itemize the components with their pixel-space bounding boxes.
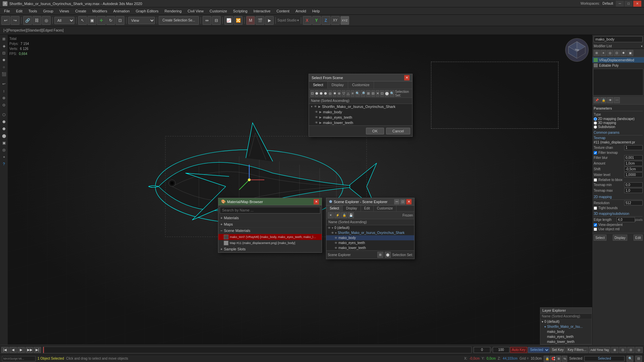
lt-btn-8[interactable]: ↕ bbox=[1, 87, 7, 94]
render-button[interactable]: ▶ bbox=[265, 16, 274, 25]
lt-btn-1[interactable]: ⊞ bbox=[1, 36, 7, 42]
close-button[interactable]: ✕ bbox=[633, 1, 641, 7]
rp-icon-5[interactable]: ✱ bbox=[621, 50, 627, 56]
menu-item-rendering[interactable]: Rendering bbox=[162, 8, 184, 14]
mat-materials-section[interactable]: + Materials bbox=[218, 215, 322, 221]
le-item-lower[interactable]: mako_lower_teeth bbox=[540, 339, 592, 344]
se-display-tab[interactable]: Display bbox=[343, 205, 361, 211]
lt-btn-6[interactable]: ⬛ bbox=[1, 71, 7, 77]
type-3d-radio[interactable] bbox=[594, 121, 597, 125]
texmap-max-input[interactable]: 1,0 bbox=[624, 188, 643, 193]
menu-item-edit[interactable]: Edit bbox=[13, 8, 25, 14]
mat-scene-section[interactable]: − Scene Materials bbox=[218, 228, 322, 234]
sfs-tb-4[interactable]: ⬣ bbox=[324, 90, 327, 97]
pb-1[interactable]: ⊞ bbox=[611, 347, 619, 353]
menu-item-customize[interactable]: Customize bbox=[207, 8, 230, 14]
se-minimize-button[interactable]: ─ bbox=[394, 199, 399, 204]
link-button[interactable]: 🔗 bbox=[23, 16, 32, 25]
selected-dropdown[interactable]: Selected bbox=[528, 347, 550, 353]
rp-icon-2[interactable]: ≡ bbox=[600, 50, 606, 56]
modifier-editable-poly[interactable]: Editable Poly bbox=[592, 63, 644, 68]
se-tb-1[interactable]: ✕ bbox=[328, 212, 334, 218]
lock-x-button[interactable]: 🔒 bbox=[544, 356, 549, 362]
menu-item-civil-view[interactable]: Civil View bbox=[185, 8, 206, 14]
timeline-total-frames[interactable] bbox=[493, 347, 509, 353]
schematic-button[interactable]: 🔀 bbox=[234, 16, 243, 25]
use-object-mtl-checkbox[interactable] bbox=[594, 228, 597, 231]
status-icon-2[interactable]: ⊟ bbox=[635, 356, 642, 362]
edge-length-input[interactable]: 4,0 bbox=[616, 217, 635, 222]
view-dependent-checkbox[interactable] bbox=[594, 223, 597, 227]
mat-browser-close-button[interactable]: ✕ bbox=[314, 199, 319, 204]
move-button[interactable]: ✛ bbox=[97, 16, 106, 25]
unlink-button[interactable]: ⛓ bbox=[33, 16, 41, 25]
se-item-eyes[interactable]: 👁 mako_eyes_teeth bbox=[326, 240, 414, 245]
lt-btn-7[interactable]: ↩ bbox=[1, 80, 7, 87]
modifier-vray-displacement[interactable]: VRayDisplacementMod bbox=[592, 57, 644, 63]
modifier-list-expand[interactable]: ▾ bbox=[641, 45, 643, 48]
se-item-shark[interactable]: 👁 ▾ Shortfin_Mako_or_Isurus_Oxyrinchus_S… bbox=[326, 230, 414, 235]
sfs-filter-1[interactable]: ⊡ bbox=[380, 90, 384, 97]
rp-icon-1[interactable]: ⊞ bbox=[594, 50, 600, 56]
sfs-item-body[interactable]: 👁 ▶ mako_body bbox=[309, 109, 412, 115]
rp-more-icon[interactable]: ⋯ bbox=[614, 97, 620, 103]
sfs-tb-9[interactable]: △ bbox=[346, 90, 350, 97]
lt-btn-12[interactable]: ⬢ bbox=[1, 118, 7, 125]
maxscript-input[interactable]: MAXScript Mi... bbox=[2, 356, 36, 361]
menu-item-create[interactable]: Create bbox=[72, 8, 89, 14]
sfs-tb-13[interactable]: ⊟ bbox=[371, 90, 375, 97]
sfs-select-tab[interactable]: Select bbox=[309, 81, 328, 89]
timeline-prev-button[interactable]: ◀ bbox=[9, 347, 17, 353]
lt-btn-9[interactable]: ⊛ bbox=[1, 95, 7, 101]
create-selection-set-button[interactable]: Create Selection Se... bbox=[159, 16, 199, 25]
scene-explorer-title-bar[interactable]: ⬟ Scene Explorer - Scene Explorer ─ □ ✕ bbox=[326, 198, 414, 205]
amount-input[interactable]: 1,0cm bbox=[624, 161, 643, 166]
rp-icon-6[interactable]: ▣ bbox=[627, 50, 633, 56]
select-from-scene-close-button[interactable]: ✕ bbox=[404, 75, 410, 80]
type-2d-radio[interactable] bbox=[594, 117, 597, 121]
object-name-input[interactable]: mako_body bbox=[594, 36, 643, 42]
timeline-fwd-button[interactable]: ▶▶ bbox=[25, 347, 33, 353]
sfs-tb-3[interactable]: ⬢ bbox=[319, 90, 323, 97]
water-level-input[interactable]: 1,0000 bbox=[624, 172, 643, 177]
lt-btn-4[interactable]: ✱ bbox=[1, 57, 7, 63]
lt-btn-18[interactable]: ? bbox=[1, 161, 7, 167]
menu-item-interactive[interactable]: Interactive bbox=[251, 8, 273, 14]
select-button[interactable]: Select bbox=[594, 235, 606, 241]
sfs-tb-1[interactable]: ⊡ bbox=[310, 90, 314, 97]
se-item-body[interactable]: 👁 mako_body bbox=[326, 235, 414, 240]
grid-button[interactable]: ⊞ bbox=[556, 356, 561, 362]
bind-button[interactable]: ◎ bbox=[42, 16, 51, 25]
sfs-filter-3[interactable]: 🔍 bbox=[390, 90, 394, 97]
pb-2[interactable]: ⊡ bbox=[619, 347, 627, 353]
se-item-default[interactable]: 👁 ▾ 0 (default) bbox=[326, 225, 414, 230]
filter-texmap-checkbox[interactable] bbox=[594, 151, 597, 155]
le-item-default[interactable]: ▾ 0 (default) bbox=[540, 319, 592, 324]
lt-btn-13[interactable]: ⬣ bbox=[1, 125, 7, 132]
lt-btn-2[interactable]: ◈ bbox=[1, 43, 7, 49]
se-tb-4[interactable]: 💾 bbox=[348, 212, 354, 218]
menu-item-arnold[interactable]: Arnold bbox=[293, 8, 309, 14]
se-customize-tab[interactable]: Customize bbox=[374, 205, 396, 211]
mat-sample-slots-section[interactable]: + Sample Slots bbox=[218, 246, 322, 252]
sfs-tb-5[interactable]: ◎ bbox=[328, 90, 332, 97]
sfs-clear-button[interactable]: ✕ bbox=[376, 90, 379, 97]
sfs-tb-11[interactable]: 🔍 bbox=[355, 90, 360, 97]
edit-button[interactable]: Edit bbox=[634, 235, 643, 241]
se-select-tab[interactable]: Select bbox=[326, 205, 343, 211]
mirror-button[interactable]: ⇔ bbox=[203, 16, 211, 25]
timeline-play-button[interactable]: ▶ bbox=[17, 347, 25, 353]
timeline-track[interactable] bbox=[43, 347, 472, 353]
select-region-button[interactable]: ▣ bbox=[88, 16, 96, 25]
key-filters-button[interactable]: Key Filters... bbox=[566, 347, 588, 353]
sfs-tb-10[interactable]: ≡ bbox=[351, 90, 355, 97]
sfs-cancel-button[interactable]: Cancel bbox=[386, 128, 410, 134]
se-item-lower[interactable]: 👁 mako_lower_teeth bbox=[326, 245, 414, 250]
sfs-item-shark[interactable]: ▾ 👁 ▶ Shortfin_Mako_or_Isurus_Oxyrinchus… bbox=[309, 104, 412, 109]
navigation-cube[interactable]: Top bbox=[565, 38, 589, 62]
sfs-display-tab[interactable]: Display bbox=[328, 81, 348, 89]
pb-3[interactable]: ⊟ bbox=[627, 347, 635, 353]
sfs-tb-7[interactable]: ⊛ bbox=[337, 90, 341, 97]
select-from-scene-title-bar[interactable]: Select From Scene ✕ bbox=[309, 74, 412, 81]
percent-button[interactable]: % bbox=[562, 356, 567, 362]
